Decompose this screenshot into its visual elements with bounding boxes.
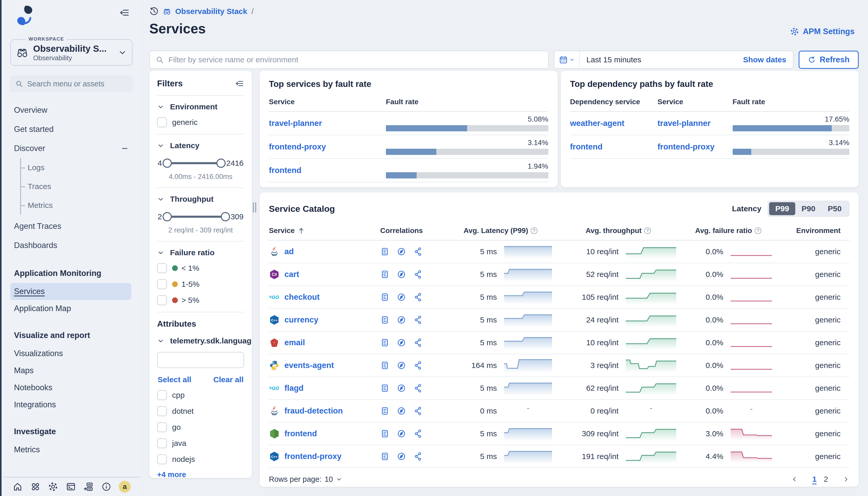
- sidebar-subitem-traces[interactable]: Traces: [21, 177, 140, 196]
- info-icon[interactable]: [101, 481, 111, 492]
- trace-correlation-icon[interactable]: [413, 452, 423, 461]
- clear-all-link[interactable]: Clear all: [213, 375, 243, 384]
- brand-logo-icon[interactable]: [13, 4, 37, 27]
- checkbox[interactable]: [157, 438, 167, 448]
- sidebar-item-integrations[interactable]: Integrations: [10, 396, 131, 413]
- column-header-throughput[interactable]: Avg. throughput?: [556, 227, 680, 235]
- explore-correlation-icon[interactable]: [397, 315, 406, 325]
- logs-correlation-icon[interactable]: [380, 384, 389, 393]
- checkbox[interactable]: [157, 295, 167, 305]
- sidebar-item-notebooks[interactable]: Notebooks: [10, 379, 131, 396]
- trace-correlation-icon[interactable]: [413, 361, 423, 370]
- refresh-button[interactable]: Refresh: [799, 51, 859, 69]
- service-link[interactable]: currency: [284, 315, 318, 325]
- latency-slider-handle-min[interactable]: [163, 158, 172, 168]
- service-link[interactable]: travel-planner: [269, 119, 322, 128]
- failure-ratio-option-1-5-[interactable]: 1-5%: [157, 279, 244, 289]
- column-header-failure-ratio[interactable]: Avg. failure ratio?: [680, 227, 776, 235]
- dependency-service-link[interactable]: weather-agent: [570, 119, 625, 128]
- page-number-2[interactable]: 2: [824, 475, 828, 483]
- latency-slider-track[interactable]: [167, 162, 221, 164]
- language-option-go[interactable]: go: [157, 422, 244, 432]
- sidebar-item-get-started[interactable]: Get started: [2, 120, 140, 139]
- logs-correlation-icon[interactable]: [380, 293, 389, 302]
- failure-ratio-section-header[interactable]: Failure ratio: [157, 248, 244, 257]
- explore-correlation-icon[interactable]: [397, 429, 406, 438]
- service-link[interactable]: fraud-detection: [284, 406, 343, 416]
- latency-option-p50[interactable]: P50: [822, 202, 848, 215]
- explore-correlation-icon[interactable]: [397, 293, 406, 302]
- explore-correlation-icon[interactable]: [397, 406, 406, 416]
- sidebar-item-discover[interactable]: Discover: [2, 139, 140, 158]
- rows-per-page-control[interactable]: Rows per page: 10: [269, 475, 342, 484]
- service-link[interactable]: frontend-proxy: [658, 142, 715, 151]
- throughput-slider-handle-max[interactable]: [221, 212, 230, 221]
- attribute-search[interactable]: [157, 352, 244, 368]
- checkbox[interactable]: [157, 454, 167, 464]
- service-link[interactable]: frontend-proxy: [284, 452, 341, 461]
- sidebar-search-input[interactable]: [27, 79, 128, 89]
- attribute-group-header[interactable]: telemetry.sdk.language: [157, 337, 244, 345]
- latency-option-p99[interactable]: P99: [769, 202, 795, 215]
- apps-grid-icon[interactable]: [30, 481, 41, 492]
- checkbox[interactable]: [157, 390, 167, 400]
- latency-section-header[interactable]: Latency: [157, 141, 244, 150]
- show-dates-button[interactable]: Show dates: [743, 55, 793, 64]
- environment-option-generic[interactable]: generic: [157, 118, 244, 127]
- sidebar-item-maps[interactable]: Maps: [10, 362, 131, 379]
- logs-correlation-icon[interactable]: [380, 247, 389, 256]
- logs-correlation-icon[interactable]: [380, 315, 389, 325]
- language-option-nodejs[interactable]: nodejs: [157, 454, 244, 464]
- sidebar-item-agent-traces[interactable]: Agent Traces: [2, 217, 140, 236]
- service-link[interactable]: email: [284, 338, 305, 347]
- apm-settings-button[interactable]: APM Settings: [790, 27, 855, 36]
- service-link[interactable]: events-agent: [284, 361, 334, 370]
- checkbox[interactable]: [157, 406, 167, 416]
- trace-correlation-icon[interactable]: [413, 406, 423, 416]
- service-link[interactable]: travel-planner: [658, 119, 710, 128]
- home-icon[interactable]: [12, 481, 23, 492]
- sidebar-subitem-metrics[interactable]: Metrics: [21, 196, 140, 215]
- service-link[interactable]: cart: [284, 270, 299, 279]
- sidebar-item-application-map[interactable]: Application Map: [10, 300, 131, 317]
- service-link[interactable]: frontend: [269, 166, 301, 175]
- sidebar-subitem-logs[interactable]: Logs: [21, 158, 140, 177]
- select-all-link[interactable]: Select all: [158, 375, 191, 384]
- sidebar-search[interactable]: [10, 76, 133, 92]
- service-link[interactable]: frontend: [284, 429, 317, 438]
- dependency-service-link[interactable]: frontend: [570, 142, 603, 151]
- service-filter-input[interactable]: [149, 51, 549, 69]
- sidebar-item-visualizations[interactable]: Visualizations: [10, 345, 131, 362]
- trace-correlation-icon[interactable]: [413, 338, 423, 347]
- more-attributes-link[interactable]: +4 more: [157, 470, 244, 478]
- trace-correlation-icon[interactable]: [413, 315, 423, 325]
- language-option-dotnet[interactable]: dotnet: [157, 406, 244, 416]
- logs-correlation-icon[interactable]: [380, 406, 389, 416]
- environment-section-header[interactable]: Environment: [157, 103, 244, 111]
- explore-correlation-icon[interactable]: [397, 247, 406, 256]
- explore-correlation-icon[interactable]: [397, 452, 406, 461]
- checkbox[interactable]: [157, 422, 167, 432]
- throughput-slider-track[interactable]: [167, 216, 225, 218]
- time-range-value[interactable]: Last 15 minutes: [580, 55, 743, 64]
- sidebar-item-services[interactable]: Services: [10, 283, 131, 300]
- logs-correlation-icon[interactable]: [380, 270, 389, 279]
- logs-correlation-icon[interactable]: [380, 429, 389, 438]
- sidebar-item-metrics[interactable]: Metrics: [10, 441, 131, 458]
- panel-resize-handle[interactable]: [253, 202, 257, 213]
- sidebar-item-dashboards[interactable]: Dashboards: [2, 236, 140, 255]
- column-header-latency[interactable]: Avg. Latency (P99)?: [445, 227, 556, 235]
- trace-correlation-icon[interactable]: [413, 429, 423, 438]
- sidebar-item-overview[interactable]: Overview: [2, 100, 140, 120]
- latency-slider-handle-max[interactable]: [216, 158, 226, 168]
- gear-icon[interactable]: [48, 481, 58, 492]
- explore-correlation-icon[interactable]: [397, 270, 406, 279]
- service-link[interactable]: ad: [284, 247, 294, 256]
- column-header-service[interactable]: Service: [269, 227, 380, 235]
- add-panel-icon[interactable]: [83, 481, 94, 492]
- trace-correlation-icon[interactable]: [413, 384, 423, 393]
- attribute-search-input[interactable]: [162, 356, 252, 365]
- explore-correlation-icon[interactable]: [397, 338, 406, 347]
- service-link[interactable]: frontend-proxy: [269, 142, 326, 151]
- explore-correlation-icon[interactable]: [397, 384, 406, 393]
